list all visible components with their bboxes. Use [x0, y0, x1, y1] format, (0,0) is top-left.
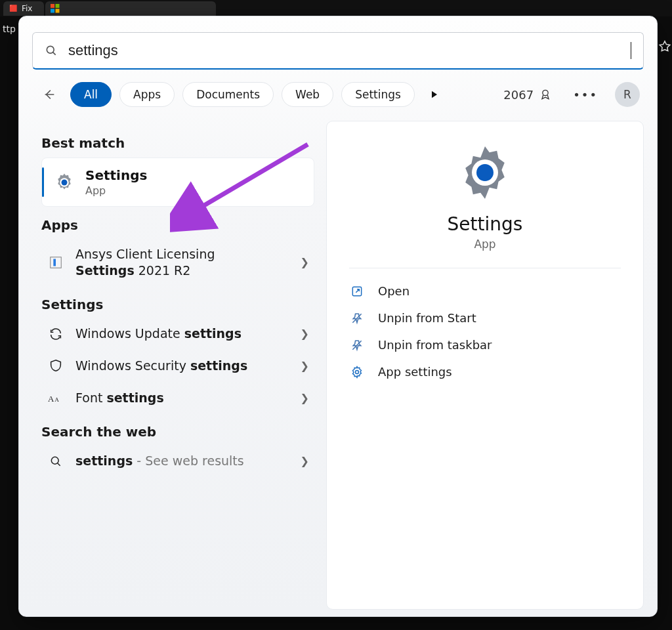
background-tab-2 — [45, 1, 216, 16]
text-caret — [631, 42, 631, 59]
gear-icon — [52, 171, 76, 194]
divider — [349, 268, 621, 268]
favicon-1: 🟥 — [9, 4, 18, 13]
preview-title: Settings — [448, 213, 523, 235]
action-app-settings[interactable]: App settings — [349, 358, 621, 385]
preview-pane: Settings App Open Unpin from Start Unp — [326, 121, 644, 610]
results-left-column: Best match Settings App Apps — [32, 121, 314, 610]
settings-result-font[interactable]: AA Font settings ❯ — [41, 382, 314, 414]
section-settings: Settings — [41, 297, 314, 312]
filter-apps[interactable]: Apps — [119, 82, 175, 107]
apps-result-1-line2: 2021 R2 — [135, 263, 191, 278]
chevron-right-icon: ❯ — [301, 256, 309, 268]
filter-web[interactable]: Web — [282, 82, 333, 107]
svg-rect-3 — [56, 9, 60, 12]
svg-rect-2 — [51, 9, 54, 12]
font-icon: AA — [47, 390, 65, 405]
favorite-star-icon — [658, 39, 672, 54]
background-tab-1-text: Fix — [22, 4, 32, 13]
filter-row: All Apps Documents Web Settings 2067 •••… — [32, 70, 644, 113]
unpin-icon — [349, 312, 365, 325]
background-tab-1: 🟥 Fix — [3, 1, 44, 16]
action-unpin-taskbar-label: Unpin from taskbar — [378, 338, 492, 352]
section-apps: Apps — [41, 217, 314, 233]
svg-text:A: A — [48, 394, 54, 404]
action-open[interactable]: Open — [349, 278, 621, 304]
open-icon — [349, 285, 365, 298]
svg-rect-10 — [53, 259, 56, 266]
app-icon — [47, 255, 65, 270]
apps-result-1-bold: Settings — [75, 263, 135, 278]
filter-documents[interactable]: Documents — [182, 82, 274, 107]
section-web: Search the web — [41, 424, 314, 440]
action-unpin-start-label: Unpin from Start — [378, 311, 476, 325]
medal-icon — [539, 88, 552, 101]
best-match-subtitle: App — [85, 184, 147, 197]
web-result-1[interactable]: settings - See web results ❯ — [41, 445, 314, 477]
search-input[interactable] — [68, 42, 628, 59]
settings-result-security[interactable]: Windows Security settings ❯ — [41, 350, 314, 382]
sync-icon — [47, 327, 65, 341]
action-app-settings-label: App settings — [378, 365, 452, 379]
action-unpin-taskbar[interactable]: Unpin from taskbar — [349, 331, 621, 358]
svg-point-6 — [543, 90, 548, 95]
section-best-match: Best match — [41, 135, 314, 151]
filter-all[interactable]: All — [70, 82, 112, 107]
more-menu-icon[interactable]: ••• — [564, 88, 607, 102]
svg-point-20 — [356, 370, 359, 373]
chevron-right-icon: ❯ — [301, 327, 309, 340]
preview-gear-icon — [453, 141, 516, 204]
windows-search-panel: All Apps Documents Web Settings 2067 •••… — [18, 16, 658, 617]
filter-settings[interactable]: Settings — [341, 82, 415, 107]
rewards-points[interactable]: 2067 — [503, 88, 552, 102]
apps-result-1[interactable]: Ansys Client Licensing Settings 2021 R2 … — [41, 238, 314, 286]
chevron-right-icon: ❯ — [301, 455, 309, 467]
search-box[interactable] — [32, 32, 644, 70]
user-avatar[interactable]: R — [615, 82, 640, 107]
action-open-label: Open — [378, 284, 410, 298]
svg-text:A: A — [54, 396, 59, 403]
search-icon — [47, 455, 65, 468]
svg-rect-0 — [51, 4, 54, 8]
best-match-title: Settings — [85, 167, 147, 183]
svg-point-8 — [62, 179, 68, 185]
background-browser-tabs: 🟥 Fix — [0, 0, 672, 16]
settings-result-update[interactable]: Windows Update settings ❯ — [41, 318, 314, 350]
chevron-right-icon: ❯ — [301, 392, 309, 404]
svg-point-13 — [51, 457, 58, 464]
svg-line-5 — [53, 52, 56, 55]
svg-point-16 — [476, 164, 494, 181]
apps-result-1-line1: Ansys Client Licensing — [75, 247, 215, 261]
back-button[interactable] — [36, 81, 62, 108]
svg-rect-1 — [56, 4, 60, 8]
preview-subtitle: App — [474, 238, 495, 251]
background-address-fragment: ttp — [0, 20, 18, 38]
svg-point-4 — [47, 46, 54, 53]
search-icon — [45, 44, 58, 57]
gear-small-icon — [349, 366, 365, 379]
shield-icon — [47, 358, 65, 373]
favicon-ms — [51, 4, 60, 13]
unpin-icon — [349, 339, 365, 352]
best-match-result[interactable]: Settings App — [41, 158, 314, 207]
rewards-points-value: 2067 — [503, 88, 534, 102]
action-unpin-start[interactable]: Unpin from Start — [349, 304, 621, 331]
chevron-right-icon: ❯ — [301, 360, 309, 372]
svg-line-14 — [58, 463, 60, 465]
filters-more-icon[interactable] — [429, 89, 440, 100]
